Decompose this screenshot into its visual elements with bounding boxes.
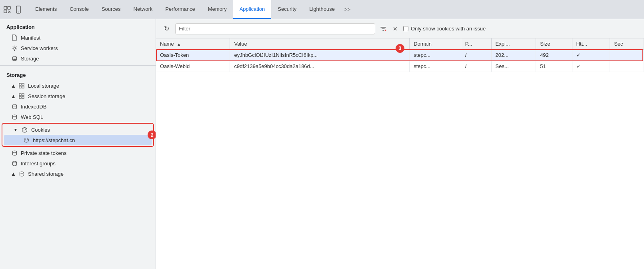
close-button[interactable]: ✕: [390, 24, 400, 34]
svg-point-5: [14, 47, 16, 49]
cell-size: 51: [536, 61, 572, 72]
svg-rect-10: [22, 86, 24, 88]
th-size[interactable]: Size: [536, 38, 572, 50]
db-icon-2: [11, 114, 18, 120]
cell-httponly: ✓: [572, 61, 610, 72]
sidebar-item-manifest[interactable]: Manifest: [2, 32, 154, 43]
sidebar-item-service-workers[interactable]: Service workers: [2, 43, 154, 53]
sidebar-item-shared-storage[interactable]: ▶ Shared storage: [2, 169, 154, 179]
sidebar-item-local-storage[interactable]: ▶ Local storage: [2, 80, 154, 91]
svg-rect-9: [19, 86, 21, 88]
indexeddb-label: IndexedDB: [21, 104, 46, 110]
table-row[interactable]: Oasis-Webid c9df2139a5e9b04cc30da2a186d.…: [156, 61, 644, 72]
db-icon-3: [11, 150, 18, 156]
cell-domain: stepc...: [410, 61, 461, 72]
svg-point-24: [26, 141, 26, 141]
svg-point-16: [12, 115, 16, 116]
arrow-icon: ▶: [11, 94, 15, 98]
tab-application[interactable]: Application: [233, 0, 272, 19]
sidebar-item-web-sql[interactable]: Web SQL: [2, 112, 154, 122]
content-area: ↻ ✕ Only show cookies with an issue: [156, 19, 644, 269]
private-state-tokens-label: Private state tokens: [21, 150, 66, 156]
svg-point-18: [23, 128, 24, 129]
svg-rect-8: [22, 83, 24, 85]
cell-path: /: [461, 50, 491, 61]
svg-point-20: [24, 130, 24, 131]
tab-sources[interactable]: Sources: [95, 0, 127, 19]
cookies-border-box: ▼ Cookies: [2, 123, 154, 147]
storage-label: Storage: [21, 56, 39, 62]
table-row[interactable]: Oasis-Token eyJhbGciOiJIUzI1NiIsInR5cCI6…: [156, 50, 644, 61]
svg-point-21: [24, 138, 29, 143]
th-httponly[interactable]: Htt...: [572, 38, 610, 50]
sidebar: Application Manifest Service workers: [0, 19, 156, 269]
svg-rect-2: [4, 10, 7, 13]
svg-point-4: [18, 12, 19, 12]
only-show-cookies-checkbox[interactable]: [403, 26, 408, 31]
svg-point-22: [25, 139, 26, 140]
th-secure[interactable]: Sec: [610, 38, 644, 50]
sidebar-item-indexeddb[interactable]: IndexedDB: [2, 101, 154, 112]
th-value[interactable]: Value: [230, 38, 410, 50]
th-expires[interactable]: Expi...: [491, 38, 536, 50]
interest-groups-label: Interest groups: [21, 161, 56, 167]
svg-point-27: [20, 172, 24, 173]
cell-value: eyJhbGciOiJIUzI1NiIsInR5cCI6Ikp...: [230, 50, 410, 61]
cell-value: c9df2139a5e9b04cc30da2a186d...: [230, 61, 410, 72]
cookies-table: Name ▲ Value Domain P... E: [156, 38, 644, 72]
th-domain[interactable]: Domain: [410, 38, 461, 50]
refresh-button[interactable]: ↻: [161, 23, 172, 34]
tab-elements[interactable]: Elements: [29, 0, 63, 19]
shared-storage-label: Shared storage: [28, 171, 64, 177]
mobile-icon[interactable]: [14, 6, 22, 14]
cell-expires: 202...: [491, 50, 536, 61]
cell-secure: [610, 61, 644, 72]
annotation-badge-2: 2: [148, 130, 156, 139]
grid-icon-2: [18, 93, 25, 99]
tab-lighthouse[interactable]: Lighthouse: [303, 0, 341, 19]
application-section-title: Application: [0, 19, 156, 32]
gear-icon: [11, 45, 18, 51]
sidebar-item-session-storage[interactable]: ▶ Session storage: [2, 91, 154, 101]
cookies-bordered-section: ▼ Cookies: [0, 123, 156, 147]
th-name[interactable]: Name ▲: [156, 38, 230, 50]
storage-section-title: Storage: [0, 67, 156, 80]
document-icon: [11, 34, 18, 41]
arrow-icon: ▶: [11, 84, 15, 87]
svg-point-6: [12, 56, 16, 58]
db-icon-5: [18, 171, 25, 177]
filter-icons: ✕: [378, 24, 400, 34]
session-storage-label: Session storage: [28, 93, 65, 99]
devtools-topbar: Elements Console Sources Network Perform…: [0, 0, 644, 19]
sidebar-item-storage[interactable]: Storage: [2, 53, 154, 64]
local-storage-label: Local storage: [28, 83, 59, 89]
sidebar-item-private-state-tokens[interactable]: Private state tokens: [2, 148, 154, 158]
filter-input[interactable]: [175, 23, 375, 34]
sidebar-item-cookies[interactable]: ▼ Cookies: [4, 124, 152, 135]
tab-memory[interactable]: Memory: [202, 0, 233, 19]
clear-filter-button[interactable]: [378, 24, 388, 34]
only-show-cookies-label[interactable]: Only show cookies with an issue: [403, 26, 486, 32]
cursor-icon[interactable]: [3, 6, 11, 14]
svg-rect-13: [19, 96, 21, 98]
only-show-cookies-text: Only show cookies with an issue: [411, 26, 486, 32]
more-tabs-button[interactable]: >>: [341, 6, 354, 12]
cookie-icon: [22, 126, 28, 133]
stepchat-url-label: https://stepchat.cn: [33, 137, 75, 143]
cell-domain: stepc...: [410, 50, 461, 61]
tab-security[interactable]: Security: [271, 0, 303, 19]
tab-console[interactable]: Console: [63, 0, 95, 19]
service-workers-label: Service workers: [21, 45, 58, 51]
th-path[interactable]: P...: [461, 38, 491, 50]
svg-rect-11: [19, 94, 21, 96]
tab-performance[interactable]: Performance: [159, 0, 201, 19]
svg-rect-0: [4, 6, 7, 9]
svg-point-17: [22, 127, 27, 132]
cell-expires: Ses...: [491, 61, 536, 72]
sidebar-item-stepchat[interactable]: https://stepchat.cn: [4, 135, 152, 145]
sidebar-item-interest-groups[interactable]: Interest groups: [2, 158, 154, 169]
cookie-icon-2: [23, 137, 30, 143]
tab-network[interactable]: Network: [127, 0, 159, 19]
cell-httponly: ✓: [572, 50, 610, 61]
content-toolbar: ↻ ✕ Only show cookies with an issue: [156, 19, 644, 38]
